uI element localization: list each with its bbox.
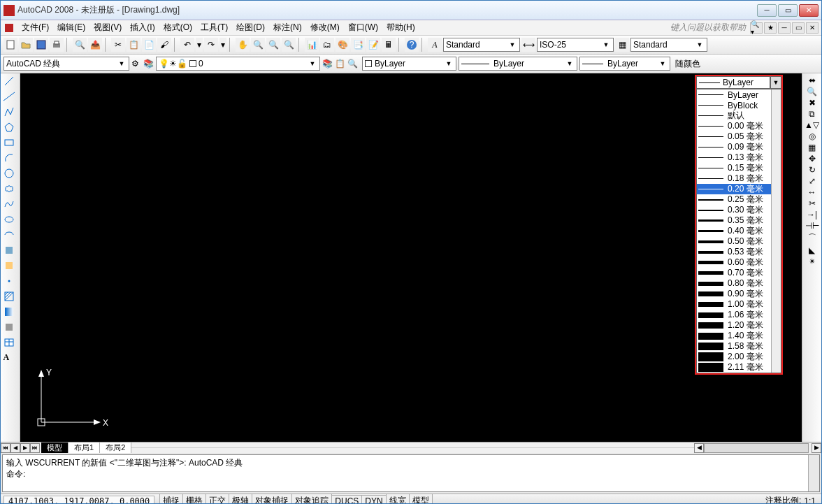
tool-palettes-button[interactable]: 🎨 <box>336 38 349 52</box>
stretch-tool[interactable]: ↔ <box>808 187 816 197</box>
lineweight-option[interactable]: 0.80 毫米 <box>697 278 781 289</box>
menu-modify[interactable]: 修改(M) <box>306 20 344 35</box>
tab-first-button[interactable]: ⏮ <box>1 443 10 453</box>
menu-insert[interactable]: 插入(I) <box>126 20 159 35</box>
region-tool[interactable] <box>3 322 17 336</box>
fillet-tool[interactable]: ⌒ <box>808 232 816 244</box>
lineweight-option[interactable]: 1.58 毫米 <box>697 341 781 352</box>
pan-tool[interactable]: ⬌ <box>809 75 816 85</box>
text-style-dropdown[interactable]: Standard▼ <box>443 38 520 52</box>
zoom-window-button[interactable]: 🔍 <box>266 38 280 52</box>
lineweight-option[interactable]: 1.40 毫米 <box>697 331 781 341</box>
lineweight-option[interactable]: 0.35 毫米 <box>697 215 781 226</box>
help-button[interactable]: ? <box>405 38 419 52</box>
copy-button[interactable]: 📋 <box>127 38 140 52</box>
table-tool[interactable] <box>3 337 17 351</box>
tab-last-button[interactable]: ⏭ <box>30 443 40 453</box>
tab-model[interactable]: 模型 <box>41 442 68 453</box>
help-search-input[interactable]: 键入问题以获取帮助 <box>670 22 746 34</box>
lineweight-scrollbar[interactable] <box>771 89 781 373</box>
trim-tool[interactable]: ✂ <box>809 199 816 208</box>
lineweight-option[interactable]: 0.30 毫米 <box>697 205 781 215</box>
maximize-button[interactable]: ▭ <box>778 4 798 17</box>
xline-tool[interactable] <box>3 91 17 105</box>
menu-help[interactable]: 帮助(H) <box>382 20 419 35</box>
publish-button[interactable]: 📤 <box>88 38 102 52</box>
zoom-realtime-button[interactable]: 🔍 <box>251 38 265 52</box>
plot-preview-button[interactable]: 🔍 <box>73 38 87 52</box>
lineweight-option[interactable]: 0.13 毫米 <box>697 152 781 163</box>
break-tool[interactable]: ⊣⊢ <box>805 221 819 231</box>
lineweight-option[interactable]: 0.05 毫米 <box>697 131 781 142</box>
lwt-toggle[interactable]: 线宽 <box>386 494 410 504</box>
horizontal-scrollbar[interactable] <box>704 443 809 453</box>
lineweight-list[interactable]: ByLayerByBlock默认0.00 毫米0.05 毫米0.09 毫米0.1… <box>696 89 781 373</box>
polyline-tool[interactable] <box>3 106 17 120</box>
layer-states-button[interactable]: 📋 <box>335 59 345 69</box>
lineweight-dropdown-button[interactable]: ▼ <box>770 76 781 89</box>
lineweight-option[interactable]: 0.25 毫米 <box>697 194 781 205</box>
doc-minimize-button[interactable]: ─ <box>778 22 791 34</box>
linetype-dropdown[interactable]: ByLayer▼ <box>459 57 577 71</box>
insert-block-tool[interactable] <box>3 245 17 259</box>
menu-format[interactable]: 格式(O) <box>159 20 196 35</box>
model-toggle[interactable]: 模型 <box>409 494 433 504</box>
tab-layout2[interactable]: 布局2 <box>100 442 131 453</box>
line-tool[interactable] <box>3 75 17 89</box>
text-style-icon[interactable]: A <box>428 38 442 52</box>
dim-style-icon[interactable]: ⟷ <box>521 38 535 52</box>
lineweight-option[interactable]: 1.20 毫米 <box>697 320 781 331</box>
ducs-toggle[interactable]: DUCS <box>331 495 362 505</box>
app-menu-icon[interactable] <box>3 22 15 34</box>
grid-toggle[interactable]: 栅格 <box>182 494 206 504</box>
layer-dropdown[interactable]: 💡 ☀ 🔓 0 ▼ <box>156 57 320 71</box>
print-button[interactable] <box>50 38 64 52</box>
properties-button[interactable]: 📊 <box>305 38 319 52</box>
lineweight-option[interactable]: 0.09 毫米 <box>697 142 781 152</box>
copy-tool[interactable]: ⧉ <box>809 109 815 119</box>
polar-toggle[interactable]: 极轴 <box>229 494 252 504</box>
erase-tool[interactable]: ✖ <box>809 98 816 108</box>
make-block-tool[interactable] <box>3 260 17 274</box>
layer-manager-button[interactable]: 📚 <box>143 59 154 69</box>
point-tool[interactable] <box>3 275 17 289</box>
color-dropdown[interactable]: ByLayer▼ <box>362 57 456 71</box>
move-tool[interactable]: ✥ <box>809 154 816 164</box>
layer-previous-button[interactable]: 📚 <box>322 59 333 69</box>
match-properties-button[interactable]: 🖌 <box>157 38 171 52</box>
ellipse-tool[interactable] <box>3 214 17 228</box>
table-style-dropdown[interactable]: Standard▼ <box>630 38 707 52</box>
lineweight-option[interactable]: 1.00 毫米 <box>697 299 781 310</box>
lineweight-option[interactable]: 0.15 毫米 <box>697 163 781 173</box>
paste-button[interactable]: 📄 <box>142 38 156 52</box>
offset-tool[interactable]: ◎ <box>809 131 816 141</box>
lineweight-option[interactable]: 2.00 毫米 <box>697 352 781 362</box>
lineweight-option[interactable]: 0.53 毫米 <box>697 247 781 257</box>
table-style-icon[interactable]: ▦ <box>615 38 629 52</box>
workspace-dropdown[interactable]: AutoCAD 经典▼ <box>3 57 129 71</box>
lineweight-option[interactable]: 0.40 毫米 <box>697 226 781 236</box>
tab-layout1[interactable]: 布局1 <box>68 442 100 453</box>
drawing-area[interactable]: Y X <box>20 73 802 442</box>
mirror-tool[interactable]: ▲▽ <box>805 120 819 130</box>
command-scrollbar[interactable] <box>808 455 819 491</box>
workspace-settings-button[interactable]: ⚙ <box>131 59 139 69</box>
snap-toggle[interactable]: 捕捉 <box>159 494 183 504</box>
ortho-toggle[interactable]: 正交 <box>206 494 229 504</box>
gradient-tool[interactable] <box>3 306 17 320</box>
lineweight-option[interactable]: 0.70 毫米 <box>697 268 781 278</box>
layer-isolate-button[interactable]: 🔍 <box>347 59 358 69</box>
text-tool[interactable]: A <box>3 352 17 366</box>
lineweight-current[interactable]: ByLayer <box>696 76 770 89</box>
save-button[interactable] <box>34 38 48 52</box>
lineweight-option[interactable]: 2.11 毫米 <box>697 362 781 373</box>
menu-window[interactable]: 窗口(W) <box>344 20 382 35</box>
hatch-tool[interactable] <box>3 291 17 305</box>
zoom-previous-button[interactable]: 🔍 <box>282 38 296 52</box>
zoom-tool[interactable]: 🔍 <box>807 87 817 96</box>
rotate-tool[interactable]: ↻ <box>809 165 816 175</box>
tab-prev-button[interactable]: ◀ <box>10 443 20 453</box>
menu-draw[interactable]: 绘图(D) <box>232 20 269 35</box>
lineweight-option[interactable]: ByBlock <box>697 100 781 110</box>
chamfer-tool[interactable]: ◣ <box>809 245 815 255</box>
